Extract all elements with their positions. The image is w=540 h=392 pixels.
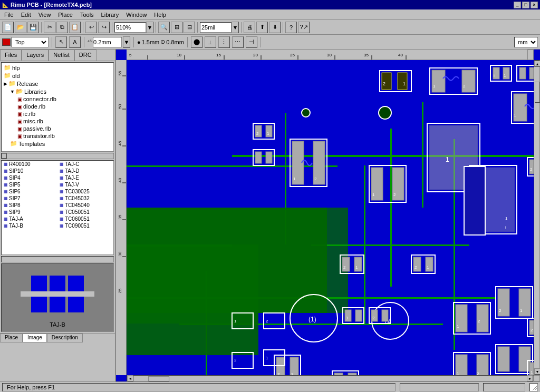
copy-button[interactable]: ⧉ bbox=[56, 22, 68, 33]
tree-scrollbar-h[interactable] bbox=[1, 153, 114, 159]
scroll-up-button[interactable]: ▲ bbox=[534, 61, 540, 67]
menu-place[interactable]: Place bbox=[55, 11, 76, 19]
component-list-item[interactable]: ▦TAJ-E bbox=[57, 174, 113, 181]
menu-window[interactable]: Window bbox=[123, 11, 150, 19]
tab-description[interactable]: Description bbox=[47, 334, 83, 342]
component-list-item[interactable]: ▦SIP6 bbox=[2, 188, 57, 195]
tree-item-passive[interactable]: ▣ passive.rlb bbox=[3, 125, 112, 132]
menu-file[interactable]: File bbox=[1, 11, 17, 19]
svg-rect-4 bbox=[21, 291, 94, 297]
scroll-left-button[interactable]: ◄ bbox=[127, 375, 133, 381]
mode5-button[interactable]: ⊣ bbox=[246, 36, 257, 48]
tree-item-misc[interactable]: ▣ misc.rlb bbox=[3, 117, 112, 125]
scroll-down-button[interactable]: ▼ bbox=[534, 368, 540, 375]
tree-item-hlp[interactable]: 📁 hlp bbox=[3, 64, 112, 72]
tree-item-transistor[interactable]: ▣ transistor.rlb bbox=[3, 132, 112, 140]
component-list-item[interactable]: ▦SIP10 bbox=[2, 168, 57, 174]
tab-drc[interactable]: DRC bbox=[74, 50, 97, 61]
file-tree[interactable]: 📁 hlp 📁 old ▶ 📁 Release ▼ 📂 Libraries bbox=[1, 62, 114, 152]
component-list-item[interactable]: ▦TC030025 bbox=[57, 188, 113, 195]
scroll-thumb-h[interactable] bbox=[148, 376, 169, 381]
window-controls[interactable]: _ □ × bbox=[514, 2, 538, 8]
tree-item-templates[interactable]: 📁 Templates bbox=[3, 140, 112, 148]
tab-layers[interactable]: Layers bbox=[22, 50, 49, 61]
component-list-item[interactable]: ▦TAJ-D bbox=[57, 168, 113, 174]
component-list-item[interactable]: ▦SIP9 bbox=[2, 209, 57, 215]
component-list-item[interactable]: ▦TC090051 bbox=[57, 222, 113, 229]
import-button[interactable]: ⬇ bbox=[269, 22, 281, 33]
tree-item-ic[interactable]: ▣ ic.rlb bbox=[3, 110, 112, 117]
layer-selector[interactable]: Top Bottom Inner1 bbox=[2, 37, 49, 47]
tree-item-release[interactable]: ▶ 📁 Release bbox=[3, 80, 112, 87]
select-tool[interactable]: ↖ bbox=[55, 36, 67, 48]
track-width-input[interactable] bbox=[93, 37, 122, 47]
zoom-window-button[interactable]: 🔍 bbox=[158, 22, 170, 33]
menu-library[interactable]: Library bbox=[98, 11, 122, 19]
tab-files[interactable]: Files bbox=[0, 50, 22, 61]
mode4-button[interactable]: ⋯ bbox=[232, 36, 244, 48]
tab-image[interactable]: Image bbox=[23, 334, 47, 342]
zoom-extents-button[interactable]: ⊞ bbox=[171, 22, 182, 33]
context-help-button[interactable]: ?↗ bbox=[298, 22, 310, 33]
component-list-item[interactable]: ▦SIP4 bbox=[2, 174, 57, 181]
grid-dropdown-button[interactable]: ▼ bbox=[232, 22, 239, 33]
svg-text:2: 2 bbox=[478, 319, 480, 324]
new-button[interactable]: 📄 bbox=[2, 22, 14, 33]
minimize-button[interactable]: _ bbox=[514, 2, 521, 8]
print-button[interactable]: 🖨 bbox=[244, 22, 255, 33]
component-list-item[interactable]: ▦TC045032 bbox=[57, 195, 113, 202]
open-button[interactable]: 📂 bbox=[15, 22, 26, 33]
component-list-item[interactable]: ▦TAJ-C bbox=[57, 161, 113, 168]
help-button[interactable]: ? bbox=[285, 22, 297, 33]
pcb-canvas-area[interactable]: 5 10 15 20 25 30 35 40 bbox=[116, 50, 540, 381]
scrollbar-vertical[interactable]: ▲ ▼ bbox=[534, 60, 540, 375]
unit-select[interactable]: mm mil in bbox=[514, 37, 538, 47]
component-list-item[interactable]: ▦SIP5 bbox=[2, 181, 57, 188]
menu-help[interactable]: Help bbox=[151, 11, 169, 19]
tree-item-connector[interactable]: ▣ connector.rlb bbox=[3, 95, 112, 103]
zoom-board-button[interactable]: ⊟ bbox=[184, 22, 195, 33]
component-list-item[interactable]: ▦SIP8 bbox=[2, 202, 57, 209]
undo-button[interactable]: ↩ bbox=[85, 22, 97, 33]
zoom-dropdown-button[interactable]: ▼ bbox=[146, 22, 153, 33]
redo-button[interactable]: ↪ bbox=[98, 22, 110, 33]
component-list-item[interactable]: ▦TAJ-V bbox=[57, 181, 113, 188]
scrollbar-horizontal[interactable]: ◄ ► bbox=[127, 375, 534, 381]
tree-item-libraries[interactable]: ▼ 📂 Libraries bbox=[3, 87, 112, 95]
cut-button[interactable]: ✂ bbox=[44, 22, 55, 33]
layer-dropdown[interactable]: Top Bottom Inner1 bbox=[12, 37, 49, 47]
mode2-button[interactable]: ⟂ bbox=[205, 36, 216, 48]
component-list-item[interactable]: ▦TC060051 bbox=[57, 215, 113, 222]
text-tool[interactable]: A bbox=[69, 36, 81, 48]
menu-edit[interactable]: Edit bbox=[18, 11, 34, 19]
close-button[interactable]: × bbox=[531, 2, 538, 8]
pcb-board[interactable]: 2 1 1 2 i 1 bbox=[127, 60, 534, 375]
scroll-right-button[interactable]: ► bbox=[527, 375, 533, 381]
scroll-thumb-v[interactable] bbox=[535, 82, 540, 103]
mode3-button[interactable]: ⋮ bbox=[218, 36, 230, 48]
save-button[interactable]: 💾 bbox=[27, 22, 39, 33]
mode1-button[interactable]: ⬤ bbox=[191, 36, 202, 48]
menu-view[interactable]: View bbox=[35, 11, 54, 19]
restore-button[interactable]: □ bbox=[522, 2, 529, 8]
tree-item-diode[interactable]: ▣ diode.rlb bbox=[3, 103, 112, 110]
component-list-item[interactable]: ▦TC045040 bbox=[57, 202, 113, 209]
tab-netlist[interactable]: Netlist bbox=[49, 50, 74, 61]
grid-input[interactable]: 25mil bbox=[200, 22, 232, 33]
component-list-item[interactable]: ▦SIP7 bbox=[2, 195, 57, 202]
component-list-item[interactable]: ▦TAJ-B bbox=[2, 222, 57, 229]
tree-item-old[interactable]: 📁 old bbox=[3, 72, 112, 80]
component-scrollbar-h[interactable] bbox=[1, 256, 114, 262]
resize-grip[interactable] bbox=[529, 383, 538, 391]
component-list[interactable]: ▦R400100▦TAJ-C▦SIP10▦TAJ-D▦SIP4▦TAJ-E▦SI… bbox=[1, 160, 114, 255]
component-list-item[interactable]: ▦TC050051 bbox=[57, 209, 113, 215]
separator11 bbox=[187, 37, 188, 47]
paste-button[interactable]: 📋 bbox=[69, 22, 81, 33]
component-list-item[interactable]: ▦TAJ-A bbox=[2, 215, 57, 222]
tab-place[interactable]: Place bbox=[0, 334, 23, 342]
menu-tools[interactable]: Tools bbox=[77, 11, 97, 19]
zoom-input[interactable]: 510% bbox=[114, 22, 146, 33]
export-button[interactable]: ⬆ bbox=[256, 22, 268, 33]
component-list-item[interactable]: ▦R400100 bbox=[2, 161, 57, 168]
track-width-dropdown[interactable]: ▼ bbox=[123, 36, 130, 48]
